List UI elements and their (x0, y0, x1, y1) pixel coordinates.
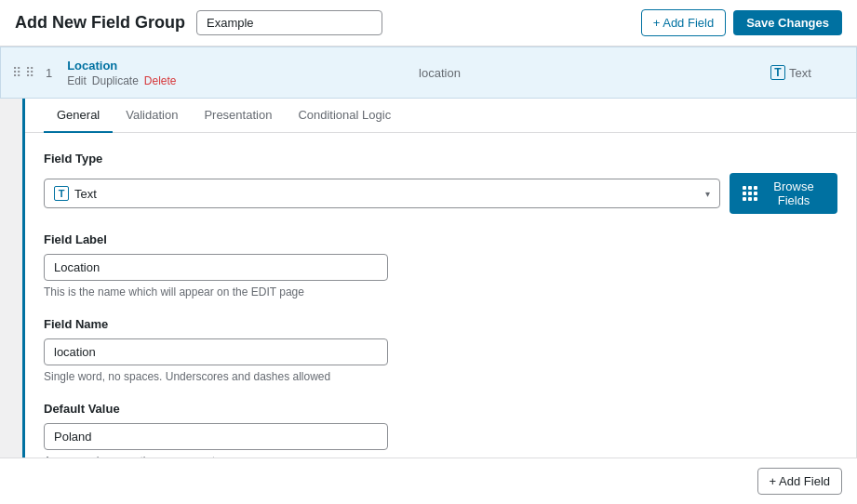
browse-icon (743, 186, 757, 201)
field-type-group: Field Type T Text ▾ (44, 152, 837, 214)
field-row-number: 1 (46, 66, 52, 80)
default-value-label: Default Value (44, 402, 837, 416)
field-name[interactable]: Location (67, 59, 117, 73)
top-bar-left: Add New Field Group (15, 10, 382, 35)
browse-fields-button[interactable]: Browse Fields (730, 173, 837, 214)
bottom-bar: + Add Field (0, 458, 857, 504)
field-type-col: T Text (770, 65, 845, 80)
field-label-hint: This is the name which will appear on th… (44, 285, 837, 298)
duplicate-action[interactable]: Duplicate (92, 74, 139, 87)
field-type-label: Text (789, 66, 811, 80)
field-type-select-left: T Text (54, 186, 97, 201)
drag-icon: ⠿ ⠿ (12, 65, 34, 80)
field-name-hint: Single word, no spaces. Underscores and … (44, 370, 837, 383)
field-name-group: Field Name Single word, no spaces. Under… (44, 317, 837, 383)
form-section: Field Type T Text ▾ (25, 133, 856, 468)
field-label-label: Field Label (44, 232, 837, 246)
field-type-label: Field Type (44, 152, 837, 166)
drag-handle[interactable]: ⠿ ⠿ (12, 65, 34, 80)
tabs-bar: General Validation Presentation Conditio… (25, 99, 856, 133)
field-name-label: Field Name (44, 317, 837, 331)
top-bar-actions: + Add Field Save Changes (641, 9, 842, 36)
field-actions: Edit Duplicate Delete (67, 74, 408, 87)
field-label-input[interactable] (44, 254, 388, 281)
field-type-select[interactable]: T Text ▾ (44, 179, 720, 208)
page-title: Add New Field Group (15, 13, 185, 33)
top-bar: Add New Field Group + Add Field Save Cha… (0, 0, 857, 46)
save-changes-button[interactable]: Save Changes (733, 10, 842, 35)
chevron-down-icon: ▾ (705, 189, 710, 199)
tab-validation[interactable]: Validation (113, 99, 191, 133)
add-field-button[interactable]: + Add Field (641, 9, 726, 36)
field-key: location (419, 66, 759, 80)
field-name-column: Location Edit Duplicate Delete (67, 59, 408, 87)
browse-fields-label: Browse Fields (763, 179, 824, 207)
field-panel: General Validation Presentation Conditio… (22, 99, 857, 504)
delete-action[interactable]: Delete (144, 74, 177, 87)
tab-presentation[interactable]: Presentation (191, 99, 285, 133)
default-value-input[interactable] (44, 423, 388, 450)
field-row: ⠿ ⠿ 1 Location Edit Duplicate Delete loc… (0, 46, 857, 99)
edit-action[interactable]: Edit (67, 74, 87, 87)
tab-general[interactable]: General (44, 99, 113, 133)
field-label-group: Field Label This is the name which will … (44, 232, 837, 298)
field-type-value: Text (74, 187, 97, 201)
type-icon: T (770, 65, 785, 80)
select-type-icon: T (54, 186, 69, 201)
field-type-row: T Text ▾ Browse Fields (44, 173, 837, 214)
main-content: ⠿ ⠿ 1 Location Edit Duplicate Delete loc… (0, 46, 857, 504)
field-name-input[interactable] (44, 338, 388, 365)
add-field-bottom-button[interactable]: + Add Field (757, 468, 842, 495)
group-title-input[interactable] (196, 10, 382, 35)
tab-conditional-logic[interactable]: Conditional Logic (285, 99, 404, 133)
